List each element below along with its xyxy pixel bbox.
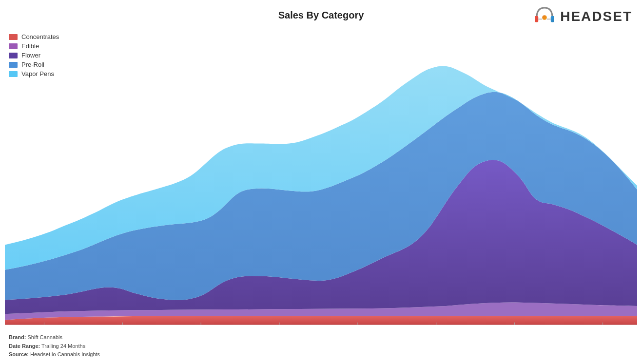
- logo-area: HEADSET: [533, 5, 632, 28]
- chart-svg: 2023-01 2023-04 2023-07 2023-10 2024-01 …: [5, 29, 637, 325]
- footer-daterange-value: Trailing 24 Months: [41, 343, 85, 349]
- footer-daterange-label: Date Range:: [9, 343, 40, 349]
- logo-text: HEADSET: [560, 9, 632, 24]
- footer-info: Brand: Shift Cannabis Date Range: Traili…: [9, 333, 100, 359]
- chart-title: Sales By Category: [278, 10, 364, 21]
- footer-daterange: Date Range: Trailing 24 Months: [9, 342, 100, 351]
- svg-point-2: [542, 15, 547, 20]
- footer-source: Source: Headset.io Cannabis Insights: [9, 350, 100, 359]
- area-concentrates: [5, 316, 637, 325]
- footer-brand: Brand: Shift Cannabis: [9, 333, 100, 342]
- page-container: HEADSET Sales By Category Concentrates E…: [0, 0, 642, 364]
- footer-brand-label: Brand:: [9, 334, 26, 340]
- footer-source-label: Source:: [9, 351, 29, 357]
- chart-area: 2023-01 2023-04 2023-07 2023-10 2024-01 …: [5, 29, 637, 325]
- footer-source-value: Headset.io Cannabis Insights: [30, 351, 100, 357]
- footer-brand-value: Shift Cannabis: [28, 334, 63, 340]
- headset-logo-icon: [533, 5, 556, 28]
- svg-rect-1: [551, 16, 554, 22]
- svg-rect-0: [535, 16, 538, 22]
